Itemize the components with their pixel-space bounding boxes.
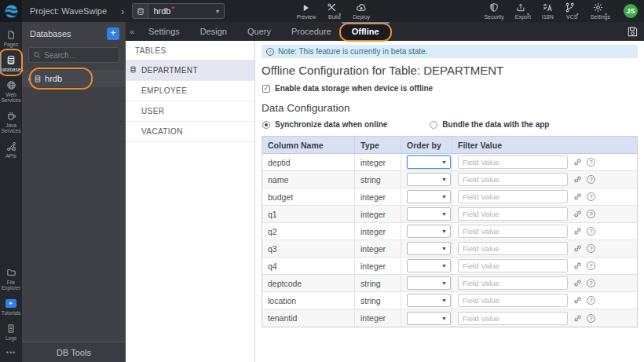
filter-value-input[interactable]	[458, 207, 568, 221]
enable-offline-checkbox[interactable]: ✓ Enable data storage when device is off…	[262, 84, 638, 93]
order-by-select[interactable]: ▼	[407, 207, 451, 221]
link-icon[interactable]	[573, 261, 582, 270]
sidebar-item-file-explorer[interactable]: File Explorer	[0, 263, 22, 294]
preview-button[interactable]: Preview	[296, 2, 316, 20]
link-icon[interactable]	[573, 192, 582, 201]
sidebar-item-databases[interactable]: Databases	[0, 50, 22, 75]
order-by-select[interactable]: ▼	[407, 173, 451, 186]
link-icon[interactable]	[573, 279, 582, 287]
help-icon[interactable]: ?	[587, 261, 595, 270]
column-type-cell: string	[355, 292, 401, 309]
order-by-select[interactable]: ▼	[407, 225, 451, 238]
help-icon[interactable]: ?	[587, 296, 595, 305]
tab-query[interactable]: Query	[237, 22, 281, 41]
floppy-save-icon	[627, 26, 639, 38]
filter-value-input[interactable]	[458, 242, 568, 255]
help-icon[interactable]: ?	[587, 244, 595, 253]
tab-offline[interactable]: Offline	[342, 22, 390, 41]
filter-value-input[interactable]	[458, 190, 568, 203]
sidebar-item-java-services[interactable]: Java Services	[0, 106, 22, 137]
deploy-button[interactable]: Deploy	[353, 2, 370, 20]
settings-button[interactable]: ▼ Settings	[591, 2, 610, 20]
chevron-down-icon: ▼	[441, 316, 447, 321]
link-icon[interactable]	[573, 314, 582, 323]
column-config-table: Column Name Type Order by Filter Value d…	[262, 136, 638, 327]
offline-config-content: i Note: This feature is currently in bet…	[255, 41, 644, 362]
order-by-select[interactable]: ▼	[407, 190, 451, 203]
panel-title: Databases	[30, 29, 71, 38]
link-icon[interactable]	[573, 296, 582, 305]
tab-design[interactable]: Design	[190, 22, 237, 41]
checkbox-checked-icon[interactable]: ✓	[262, 85, 270, 93]
help-icon[interactable]: ?	[587, 192, 595, 201]
wavemaker-logo[interactable]	[0, 0, 22, 22]
link-icon[interactable]	[573, 244, 582, 253]
export-button[interactable]: ▼ Export	[515, 2, 531, 20]
link-icon[interactable]	[573, 158, 582, 166]
filter-value-input[interactable]	[458, 225, 568, 238]
column-type-cell: integer	[355, 309, 401, 327]
add-database-button[interactable]: +	[107, 27, 119, 40]
help-icon[interactable]: ?	[587, 227, 595, 236]
help-icon[interactable]: ?	[587, 210, 595, 218]
order-by-select[interactable]: ▼	[407, 242, 451, 255]
sidebar-item-tutorials[interactable]: ▸ Tutorials	[0, 294, 22, 319]
chevron-down-icon: ▼	[441, 159, 447, 165]
filter-value-input[interactable]	[458, 312, 568, 325]
table-item-user[interactable]: USER	[126, 101, 254, 122]
vcs-button[interactable]: ▼ VCS	[565, 2, 580, 20]
help-icon[interactable]: ?	[587, 175, 595, 184]
sidebar-item-web-services[interactable]: Web Services	[0, 75, 22, 106]
column-name-cell: deptcode	[262, 275, 355, 291]
help-icon[interactable]: ?	[587, 158, 595, 166]
link-icon[interactable]	[573, 227, 582, 236]
table-item-employee[interactable]: EMPLOYEE	[126, 81, 254, 101]
order-by-select[interactable]: ▼	[407, 294, 451, 307]
tab-settings[interactable]: Settings	[138, 22, 190, 41]
sidebar-item-apis[interactable]: APIs	[0, 137, 22, 162]
sidebar-item-pages[interactable]: Pages	[0, 25, 22, 50]
expander-icon[interactable]: ▸	[28, 75, 31, 82]
order-by-select[interactable]: ▼	[407, 155, 451, 169]
i18n-button[interactable]: I18N	[542, 2, 554, 20]
sidebar-item-logs[interactable]: Logs	[0, 319, 22, 344]
radio-synchronize[interactable]: Synchronize data when online	[262, 120, 387, 129]
link-icon[interactable]	[573, 175, 582, 184]
security-button[interactable]: Security	[484, 2, 503, 20]
search-box[interactable]	[28, 47, 119, 63]
column-name-cell: name	[262, 171, 355, 188]
chevron-down-icon: ▼	[441, 194, 447, 199]
link-icon[interactable]	[573, 210, 582, 218]
video-icon: ▸	[5, 298, 16, 309]
tab-procedure[interactable]: Procedure	[281, 22, 342, 41]
table-item-department[interactable]: DEPARTMENT	[126, 60, 254, 81]
order-by-select[interactable]: ▼	[407, 276, 451, 290]
filter-value-input[interactable]	[458, 294, 568, 307]
filter-value-input[interactable]	[458, 259, 568, 272]
more-options-button[interactable]: •••	[0, 344, 22, 362]
filter-value-input[interactable]	[458, 155, 568, 169]
column-type-cell: integer	[355, 154, 401, 170]
table-body: deptid integer ▼ ? name string ▼	[262, 154, 637, 327]
databases-panel: Databases + ▸ hrdb DB Tools	[22, 22, 126, 362]
database-tree-item-hrdb[interactable]: ▸ hrdb	[22, 70, 126, 87]
database-selector[interactable]: hrdb * ▼	[132, 3, 225, 19]
collapse-panel-icon[interactable]: «	[126, 22, 138, 41]
globe-icon	[6, 79, 16, 90]
help-icon[interactable]: ?	[587, 279, 595, 287]
search-input[interactable]	[44, 51, 115, 60]
help-icon[interactable]: ?	[587, 314, 595, 323]
user-avatar[interactable]: JS	[624, 4, 638, 18]
save-button[interactable]	[627, 22, 639, 41]
order-by-select[interactable]: ▼	[407, 259, 451, 272]
column-name-cell: q3	[262, 240, 355, 257]
filter-value-input[interactable]	[458, 173, 568, 186]
table-item-vacation[interactable]: VACATION	[126, 122, 254, 142]
chevron-down-icon: ▼	[441, 177, 447, 182]
radio-bundle[interactable]: Bundle the data with the app	[430, 120, 549, 129]
table-row: q1 integer ▼ ?	[262, 206, 637, 223]
order-by-select[interactable]: ▼	[407, 312, 451, 325]
db-tools-button[interactable]: DB Tools	[22, 342, 126, 362]
build-button[interactable]: ▼ Build	[327, 2, 342, 20]
filter-value-input[interactable]	[458, 276, 568, 290]
